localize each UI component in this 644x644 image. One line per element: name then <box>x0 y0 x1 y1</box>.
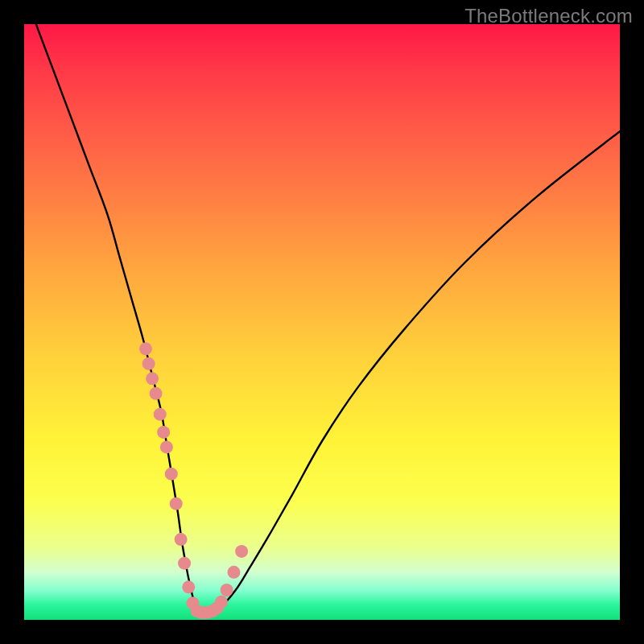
scatter-dots <box>139 342 248 619</box>
scatter-dot <box>215 596 228 609</box>
scatter-dot <box>142 357 155 370</box>
scatter-dot <box>227 566 240 579</box>
scatter-dot <box>157 426 170 439</box>
watermark-text: TheBottleneck.com <box>464 5 633 27</box>
scatter-dot <box>165 468 178 481</box>
scatter-dot <box>150 387 163 400</box>
bottleneck-curve <box>36 24 620 613</box>
scatter-dot <box>139 342 152 355</box>
scatter-dot <box>160 440 173 453</box>
plot-area <box>24 24 620 620</box>
curve-layer <box>24 24 620 620</box>
scatter-dot <box>182 580 195 593</box>
scatter-dot <box>170 497 183 510</box>
scatter-dot <box>154 408 167 421</box>
scatter-dot <box>178 557 191 570</box>
scatter-dot <box>221 584 233 597</box>
scatter-dot <box>235 545 248 558</box>
scatter-dot <box>146 372 159 385</box>
chart-container: TheBottleneck.com <box>0 0 644 644</box>
scatter-dot <box>175 533 188 546</box>
